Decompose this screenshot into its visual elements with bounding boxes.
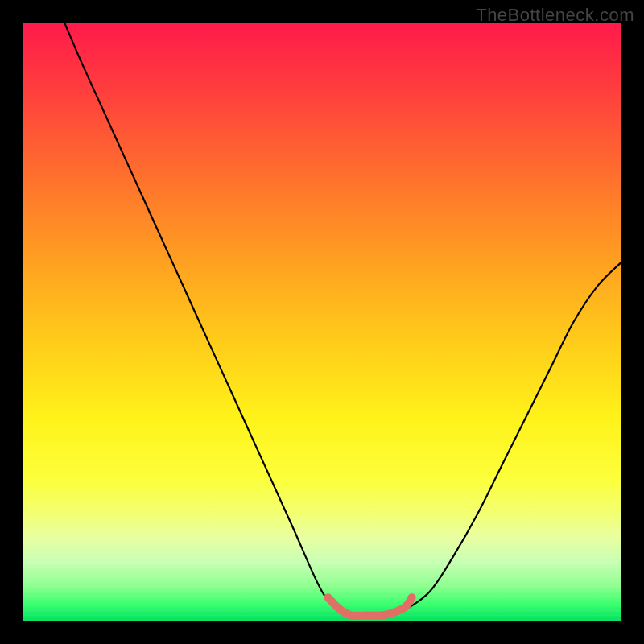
chart-frame: TheBottleneck.com bbox=[0, 0, 644, 644]
background-gradient bbox=[23, 23, 621, 621]
watermark-text: TheBottleneck.com bbox=[476, 5, 634, 26]
plot-area bbox=[23, 23, 621, 621]
